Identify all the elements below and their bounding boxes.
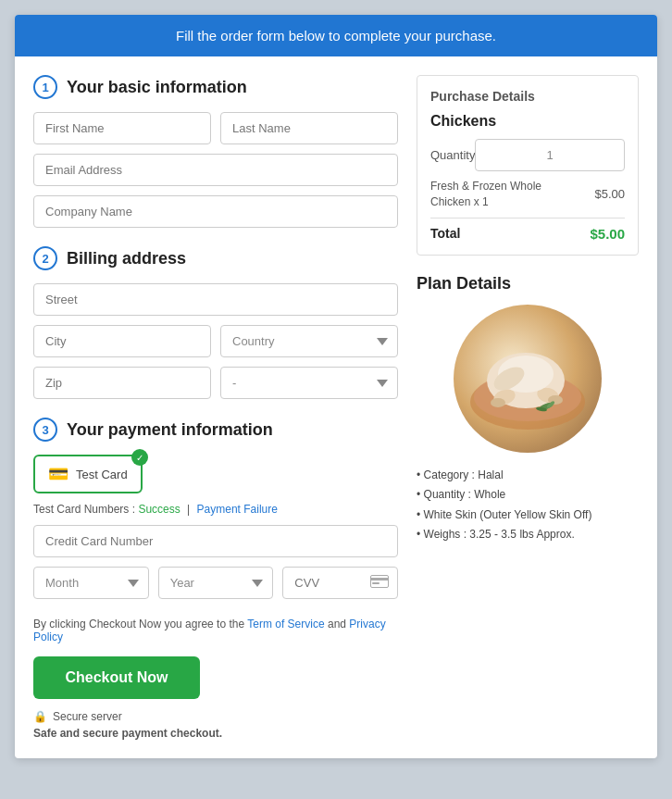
street-input[interactable] <box>33 283 398 316</box>
total-row: Total $5.00 <box>430 226 625 242</box>
total-value: $5.00 <box>590 226 625 242</box>
billing-title: Billing address <box>67 249 186 268</box>
section-1-number: 1 <box>33 75 57 99</box>
billing-section: 2 Billing address Country <box>33 246 398 399</box>
email-input[interactable] <box>33 154 398 186</box>
divider <box>430 218 625 218</box>
cvv-wrapper <box>282 567 398 599</box>
tos-link[interactable]: Term of Service <box>247 618 324 630</box>
item-desc-line2: Chicken x 1 <box>430 194 541 210</box>
check-badge: ✓ <box>131 449 148 466</box>
state-wrapper: - <box>220 367 398 399</box>
svg-rect-1 <box>370 578 389 581</box>
total-label: Total <box>430 226 460 241</box>
name-row <box>33 112 398 144</box>
quantity-label: Quantity <box>430 148 475 162</box>
svg-point-7 <box>491 398 505 407</box>
plan-details-title: Plan Details <box>417 274 639 293</box>
page-wrapper: Fill the order form below to complete yo… <box>15 15 657 758</box>
feature-4: Weighs : 3.25 - 3.5 lbs Approx. <box>417 525 639 545</box>
payment-title: Your payment information <box>67 420 273 440</box>
card-label: Test Card <box>76 468 128 481</box>
item-price: $5.00 <box>594 187 625 201</box>
secure-note: 🔒 Secure server <box>33 710 398 723</box>
item-detail-row: Fresh & Frozen Whole Chicken x 1 $5.00 <box>430 179 625 210</box>
plan-details-section: Plan Details <box>417 274 639 545</box>
separator: | <box>187 503 193 516</box>
payment-header: 3 Your payment information <box>33 418 398 442</box>
payment-section: 3 Your payment information 💳 Test Card ✓… <box>33 418 398 599</box>
city-country-row: Country <box>33 325 398 357</box>
header-banner: Fill the order form below to complete yo… <box>15 15 657 56</box>
quantity-input[interactable] <box>475 139 625 171</box>
secure-sub-text: Safe and secure payment checkout. <box>33 727 398 740</box>
feature-2: Quantity : Whole <box>417 485 639 506</box>
city-input[interactable] <box>33 325 211 357</box>
basic-info-title: Your basic information <box>67 78 247 97</box>
header-text: Fill the order form below to complete yo… <box>176 28 496 44</box>
basic-info-header: 1 Your basic information <box>33 75 398 99</box>
city-wrapper <box>33 325 211 357</box>
year-wrapper: Year 202420252026 202720282029 <box>158 567 274 599</box>
secure-server-text: Secure server <box>53 710 122 723</box>
basic-info-section: 1 Your basic information <box>33 75 398 228</box>
terms-and: and <box>328 618 349 630</box>
quantity-row: Quantity <box>430 139 625 171</box>
product-name: Chickens <box>430 113 625 130</box>
svg-rect-0 <box>371 575 389 587</box>
test-card-label: Test Card Numbers : <box>33 503 135 516</box>
last-name-wrapper <box>220 112 398 144</box>
month-select[interactable]: Month 010203 040506 070809 101112 <box>33 567 149 599</box>
main-content: 1 Your basic information <box>15 56 657 758</box>
success-link[interactable]: Success <box>138 503 180 516</box>
cc-number-row <box>33 525 398 557</box>
cvv-card-icon <box>370 575 389 592</box>
street-row <box>33 283 398 316</box>
purchase-details-title: Purchase Details <box>430 89 625 104</box>
checkout-button[interactable]: Checkout Now <box>33 656 200 699</box>
month-wrapper: Month 010203 040506 070809 101112 <box>33 567 149 599</box>
section-2-number: 2 <box>33 246 57 270</box>
state-select[interactable]: - <box>220 367 398 399</box>
email-row <box>33 154 398 186</box>
last-name-input[interactable] <box>220 112 398 144</box>
lock-icon: 🔒 <box>33 710 47 723</box>
test-card-option[interactable]: 💳 Test Card ✓ <box>33 455 143 493</box>
svg-rect-2 <box>372 582 380 584</box>
purchase-details-box: Purchase Details Chickens Quantity Fresh… <box>417 75 639 256</box>
country-select[interactable]: Country <box>220 325 398 357</box>
month-year-cvv-row: Month 010203 040506 070809 101112 Year 2… <box>33 567 398 599</box>
year-select[interactable]: Year 202420252026 202720282029 <box>158 567 274 599</box>
chicken-image-wrapper <box>417 305 639 453</box>
feature-1: Category : Halal <box>417 466 639 486</box>
payment-failure-link[interactable]: Payment Failure <box>197 503 278 516</box>
item-desc-line1: Fresh & Frozen Whole <box>430 179 541 194</box>
cc-number-input[interactable] <box>33 525 398 557</box>
first-name-input[interactable] <box>33 112 211 144</box>
zip-state-row: - <box>33 367 398 399</box>
first-name-wrapper <box>33 112 211 144</box>
billing-header: 2 Billing address <box>33 246 398 270</box>
company-input[interactable] <box>33 195 398 228</box>
right-panel: Purchase Details Chickens Quantity Fresh… <box>417 75 639 740</box>
terms-prefix: By clicking Checkout Now you agree to th… <box>33 618 244 630</box>
item-description: Fresh & Frozen Whole Chicken x 1 <box>430 179 541 210</box>
feature-3: White Skin (Outer Yellow Skin Off) <box>417 506 639 526</box>
test-card-note: Test Card Numbers : Success | Payment Fa… <box>33 503 398 516</box>
country-wrapper: Country <box>220 325 398 357</box>
plan-features-list: Category : Halal Quantity : Whole White … <box>417 466 639 545</box>
left-panel: 1 Your basic information <box>33 75 398 740</box>
chicken-image <box>454 305 602 453</box>
credit-card-icon: 💳 <box>48 464 68 484</box>
zip-input[interactable] <box>33 367 211 399</box>
company-row <box>33 195 398 228</box>
zip-wrapper <box>33 367 211 399</box>
section-3-number: 3 <box>33 418 57 442</box>
terms-text: By clicking Checkout Now you agree to th… <box>33 618 398 643</box>
